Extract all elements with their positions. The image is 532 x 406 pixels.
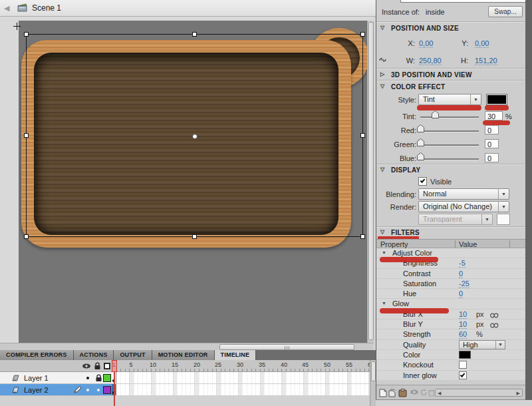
link-values-icon[interactable] — [489, 311, 499, 319]
knockout-checkbox[interactable] — [459, 361, 467, 369]
tint-slider-thumb[interactable] — [432, 110, 439, 118]
swap-button[interactable]: Swap... — [488, 6, 523, 17]
filter-property-row[interactable]: Contrast 0 — [376, 269, 525, 279]
scroll-left-arrow-icon[interactable]: ◀ — [438, 391, 441, 396]
blue-slider[interactable] — [420, 158, 479, 160]
tab-output[interactable]: OUTPUT — [114, 350, 152, 360]
layer-name-column[interactable]: Layer 1 — [0, 372, 112, 384]
filter-property-row[interactable]: Saturation -25 — [376, 279, 525, 289]
collapse-triangle-icon[interactable]: ▽ — [380, 166, 384, 172]
tab-compiler-errors[interactable]: COMPILER ERRORS — [0, 350, 74, 360]
presets-icon[interactable] — [388, 389, 396, 399]
section-header-3d-position[interactable]: ▷ 3D POSITION AND VIEW — [376, 71, 525, 80]
enable-filter-eye-icon[interactable] — [410, 389, 419, 397]
filter-property-row[interactable]: Quality High▼ — [376, 340, 525, 350]
filter-property-value[interactable]: 0 — [459, 270, 463, 278]
visible-checkbox[interactable] — [418, 177, 427, 186]
glow-color-swatch[interactable] — [459, 351, 471, 359]
layer-outline-color-swatch[interactable] — [103, 374, 111, 382]
filter-property-row[interactable]: Strength 60 % — [376, 329, 525, 339]
playhead-line[interactable] — [114, 371, 115, 406]
filter-property-value[interactable]: 10 — [459, 310, 467, 319]
filter-property-value[interactable]: -25 — [459, 280, 469, 288]
collapse-triangle-icon[interactable]: ▼ — [382, 301, 386, 305]
selection-handle-top-left[interactable] — [24, 32, 29, 37]
tint-slider[interactable] — [420, 116, 479, 118]
expand-triangle-icon[interactable]: ▷ — [380, 71, 384, 77]
section-header-display[interactable]: ▽ DISPLAY — [376, 166, 525, 175]
layer-name[interactable]: Layer 2 — [24, 386, 49, 394]
selection-handle-top-middle[interactable] — [192, 32, 197, 37]
tint-color-swatch[interactable] — [486, 94, 507, 105]
collapse-triangle-icon[interactable]: ▽ — [380, 83, 384, 89]
render-dropdown[interactable]: Original (No Change) ▼ — [418, 201, 509, 212]
selection-handle-bottom-left[interactable] — [24, 234, 29, 239]
filters-horizontal-scrollbar[interactable]: ◀ ▶ — [435, 389, 523, 397]
h-value[interactable]: 151,20 — [475, 57, 497, 65]
selection-handle-middle-left[interactable] — [24, 133, 29, 138]
scroll-right-arrow-icon[interactable]: ▶ — [517, 391, 520, 396]
blue-value-input[interactable]: 0 — [485, 153, 499, 162]
layer-name[interactable]: Layer 1 — [24, 374, 49, 382]
blending-dropdown[interactable]: Normal ▼ — [418, 188, 509, 200]
layer-lock-icon[interactable] — [95, 374, 102, 383]
collapse-triangle-icon[interactable]: ▽ — [380, 25, 384, 31]
transparent-dropdown[interactable]: Transparent ▼ — [418, 214, 493, 225]
collapse-triangle-icon[interactable]: ▼ — [382, 250, 386, 255]
filter-property-value[interactable]: 60 — [459, 330, 467, 339]
y-value[interactable]: 0,00 — [475, 39, 489, 48]
green-value-input[interactable]: 0 — [485, 139, 499, 148]
selection-handle-bottom-middle[interactable] — [192, 234, 197, 239]
filter-property-row[interactable]: Knockout — [376, 360, 525, 370]
tab-actions[interactable]: ACTIONS — [74, 350, 114, 360]
timeline-layer-row-selected[interactable]: Layer 2 — [0, 384, 370, 396]
layer-frames-track[interactable] — [112, 372, 370, 384]
stage-vertical-scrollbar[interactable] — [367, 21, 374, 343]
red-slider-thumb[interactable] — [417, 124, 424, 132]
filter-property-value[interactable]: 0 — [459, 290, 463, 298]
filter-property-row[interactable]: Inner glow — [376, 371, 525, 381]
filter-property-value[interactable]: 10 — [459, 320, 467, 329]
tab-timeline[interactable]: TIMELINE — [215, 350, 257, 360]
tint-value-input[interactable]: 30 — [485, 111, 503, 120]
selection-handle-top-right[interactable] — [360, 32, 365, 37]
link-values-icon[interactable] — [489, 321, 499, 329]
background-color-swatch[interactable] — [497, 214, 510, 225]
selection-handle-bottom-right[interactable] — [360, 234, 365, 239]
filter-property-row[interactable]: Blur Y 10 px — [376, 319, 525, 329]
playhead-marker[interactable] — [112, 360, 117, 372]
red-value-input[interactable]: 0 — [485, 125, 499, 134]
column-divider[interactable] — [509, 240, 510, 248]
green-slider-thumb[interactable] — [417, 138, 424, 146]
filter-property-value[interactable]: -5 — [459, 259, 466, 268]
layer-frames-track[interactable] — [112, 384, 370, 396]
transformation-point[interactable] — [192, 134, 198, 139]
stage-horizontal-scrollbar[interactable] — [0, 343, 374, 350]
inner-glow-checkbox[interactable] — [459, 371, 467, 379]
quality-dropdown[interactable]: High▼ — [459, 340, 505, 349]
selection-handle-middle-right[interactable] — [360, 133, 365, 138]
tab-motion-editor[interactable]: MOTION EDITOR — [152, 350, 215, 360]
layer-name-column[interactable]: Layer 2 — [0, 384, 112, 396]
stage-horizontal-scrollbar-thumb[interactable] — [219, 344, 354, 350]
timeline-frame-ruler[interactable]: 1 5 10 15 20 25 30 35 40 45 50 55 60 — [112, 360, 370, 372]
layer-outline-color-swatch[interactable] — [103, 386, 111, 394]
section-header-position-size[interactable]: ▽ POSITION AND SIZE — [376, 24, 525, 33]
filter-property-row[interactable]: Hue 0 — [376, 289, 525, 299]
add-filter-icon[interactable] — [379, 389, 387, 399]
clipboard-icon[interactable] — [398, 389, 407, 399]
layer-lock-dot[interactable] — [97, 389, 100, 391]
reset-filter-icon[interactable] — [420, 389, 428, 397]
delete-filter-icon[interactable] — [428, 389, 435, 398]
layer-visibility-dot[interactable] — [86, 389, 89, 391]
lock-all-layers-icon[interactable] — [94, 362, 101, 371]
filter-property-row[interactable]: Color — [376, 350, 525, 360]
timeline-layer-row[interactable]: Layer 1 — [0, 372, 370, 384]
blue-slider-thumb[interactable] — [417, 152, 424, 160]
timeline-scrollbar-thumb[interactable] — [371, 361, 376, 381]
show-hide-all-layers-icon[interactable] — [82, 363, 91, 371]
scene-breadcrumb[interactable]: Scene 1 — [32, 3, 61, 13]
show-layers-as-outlines-icon[interactable] — [104, 363, 110, 369]
red-slider[interactable] — [420, 130, 479, 132]
timeline-vertical-scrollbar[interactable] — [370, 360, 376, 406]
